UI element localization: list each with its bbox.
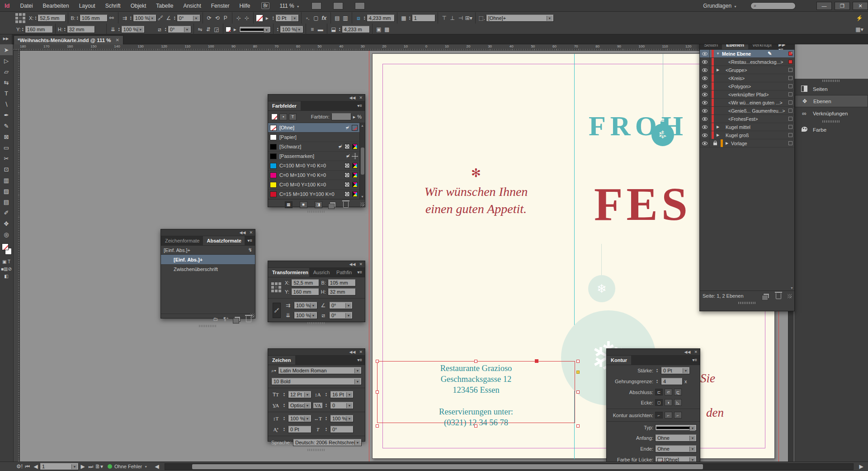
layer-row-polygon[interactable]: <Polygon>: [700, 82, 794, 90]
paragraph-marks-icon[interactable]: ≡: [308, 25, 316, 33]
rectangle-frame-tool[interactable]: ⊠: [0, 131, 13, 142]
layer-row-kugel-gross[interactable]: ▶ Kugel groß: [700, 131, 794, 139]
scale-y-stepper[interactable]: [117, 26, 121, 33]
new-swatch-icon[interactable]: [330, 202, 336, 207]
distribute-icon[interactable]: ⊞▾: [465, 14, 473, 22]
next-page-icon[interactable]: ▶: [79, 462, 87, 471]
pen-tool[interactable]: ✒: [0, 109, 13, 120]
y-stepper[interactable]: [21, 26, 25, 33]
transform-scale-y-field[interactable]: 100 %: [294, 312, 317, 319]
panel-drag-grip[interactable]: [307, 322, 326, 324]
transform-rotation-field[interactable]: 0°: [329, 302, 353, 309]
transform-x-field[interactable]: 52,5 mm: [291, 279, 319, 286]
new-layer-icon[interactable]: [763, 293, 769, 299]
menu-datei[interactable]: Datei: [15, 0, 38, 12]
chevron-down-icon[interactable]: ▼: [144, 465, 147, 468]
baseline-shift-stepper[interactable]: [282, 426, 286, 433]
preflight-settings-icon[interactable]: ⚙!: [15, 462, 24, 471]
scroll-down-icon[interactable]: ▼: [790, 286, 793, 290]
scroll-left-icon[interactable]: ◀: [153, 462, 161, 471]
stroke-weight-field[interactable]: 0 Pt: [661, 367, 690, 374]
swatch-row-papier[interactable]: [Papier]: [268, 133, 359, 142]
width-stepper[interactable]: [75, 14, 80, 22]
tracking-field[interactable]: 0: [330, 402, 354, 409]
show-all-swatches-icon[interactable]: ▦: [285, 201, 292, 208]
panel-drag-grip[interactable]: [307, 210, 326, 213]
search-input[interactable]: ⌕: [750, 2, 796, 10]
font-search-icon[interactable]: ⌕▾: [271, 368, 276, 374]
style-override-icon[interactable]: ↯: [248, 247, 252, 253]
tab-zeichen[interactable]: Zeichen: [268, 356, 295, 365]
menu-bearbeiten[interactable]: Bearbeiten: [38, 0, 74, 12]
select-container-icon[interactable]: P: [222, 14, 230, 22]
height-field[interactable]: 32 mm: [67, 26, 95, 33]
visibility-eye-icon[interactable]: [700, 66, 710, 74]
first-page-icon[interactable]: ⏮: [24, 462, 32, 471]
select-previous-icon[interactable]: ⊹: [235, 14, 243, 22]
expander-icon[interactable]: ▼: [716, 52, 720, 56]
transform-scale-x-field[interactable]: 100 %: [294, 302, 317, 309]
vertical-scale-stepper[interactable]: [282, 415, 286, 422]
scroll-up-icon[interactable]: ▲: [790, 51, 793, 54]
baseline-shift-field[interactable]: 0 Pt: [288, 426, 311, 433]
gap-color-field[interactable]: [Ohne]: [655, 456, 697, 461]
menu-objekt[interactable]: Objekt: [126, 0, 151, 12]
swatch-row-cyan[interactable]: C=100 M=0 Y=0 K=0: [268, 161, 359, 171]
expander-icon[interactable]: ▶: [716, 125, 720, 129]
tab-ausrichten[interactable]: Ausrich: [309, 268, 332, 277]
layer-row-kreis[interactable]: <Kreis>: [700, 74, 794, 82]
shear-field[interactable]: 0°: [168, 26, 191, 33]
align-left-icon[interactable]: ▤: [333, 14, 341, 22]
close-button[interactable]: ✕: [853, 2, 868, 10]
close-panel-icon[interactable]: ✕: [359, 350, 363, 354]
transform-width-field[interactable]: 105 mm: [328, 279, 356, 286]
frame-corner-editor-handle[interactable]: [576, 371, 580, 374]
collapse-panel-icon[interactable]: ◀◀: [240, 230, 246, 235]
corner-options-icon[interactable]: ▫.: [304, 14, 312, 22]
scroll-down-icon[interactable]: ▼: [361, 195, 364, 198]
type-tool[interactable]: T: [0, 88, 13, 99]
frame-fitting-icon[interactable]: ⧈: [354, 14, 363, 22]
visibility-eye-icon[interactable]: [700, 131, 710, 139]
x-stepper[interactable]: [33, 14, 38, 22]
rectangle-tool[interactable]: ▭: [0, 142, 13, 153]
selection-tool[interactable]: ➤: [0, 44, 13, 55]
formatting-affects-icons[interactable]: ▣ T: [0, 258, 13, 265]
show-gradient-swatches-icon[interactable]: ◨: [315, 201, 322, 208]
columns-stepper[interactable]: [408, 14, 412, 22]
rotate-cw-icon[interactable]: ⟳: [205, 14, 213, 22]
vertical-scale-field[interactable]: 100 %: [288, 415, 311, 422]
tab-zeichenformate[interactable]: Zeichenformate: [161, 236, 203, 245]
close-panel-icon[interactable]: ✕: [359, 262, 363, 266]
width-field[interactable]: 105 mm: [80, 14, 108, 22]
language-field[interactable]: Deutsch: 2006 Rechtschreibr...: [293, 439, 362, 446]
horizontal-scale-stepper[interactable]: [324, 415, 328, 422]
butt-cap-icon[interactable]: ⊏: [655, 389, 663, 395]
visibility-eye-icon[interactable]: [700, 107, 710, 114]
transform-y-field[interactable]: 160 mm: [291, 288, 319, 295]
formatting-affects-container-icon[interactable]: ▪: [279, 114, 287, 120]
zoom-tool[interactable]: ◎: [0, 229, 13, 240]
panel-resize-grip[interactable]: [250, 314, 255, 318]
stroke-style-field[interactable]: [239, 26, 271, 33]
collapse-panel-icon[interactable]: ◀◀: [349, 350, 356, 354]
stroke-weight-stepper[interactable]: [271, 14, 275, 22]
round-cap-icon[interactable]: ⊂: [665, 389, 672, 395]
dock-item-verknuepfungen[interactable]: ∞ Verknüpfungen: [795, 107, 868, 119]
restore-button[interactable]: ❐: [835, 2, 850, 10]
canvas-horizontal-scrollbar[interactable]: [165, 463, 854, 470]
swatch-row-yellow[interactable]: C=0 M=0 Y=100 K=0: [268, 180, 359, 190]
panel-menu-icon[interactable]: ▾≡: [245, 236, 255, 245]
dock-item-seiten[interactable]: Seiten: [795, 83, 868, 95]
miter-join-icon[interactable]: ◻: [655, 399, 663, 406]
arrange-documents-icon[interactable]: [355, 2, 365, 10]
visibility-eye-icon[interactable]: [700, 99, 710, 106]
layer-row-vorlage[interactable]: ▶ Vorlage: [700, 139, 794, 147]
skew-field[interactable]: 0°: [330, 426, 354, 433]
layer-row-frohesfest[interactable]: <FrohesFest>: [700, 115, 794, 123]
opacity-field[interactable]: 100 %: [280, 26, 303, 33]
rotation-field[interactable]: 0°: [177, 14, 200, 22]
scroll-up-icon[interactable]: ▲: [361, 124, 364, 127]
panel-menu-icon[interactable]: ▾≡: [354, 101, 365, 110]
tracking-stepper[interactable]: [324, 402, 328, 409]
